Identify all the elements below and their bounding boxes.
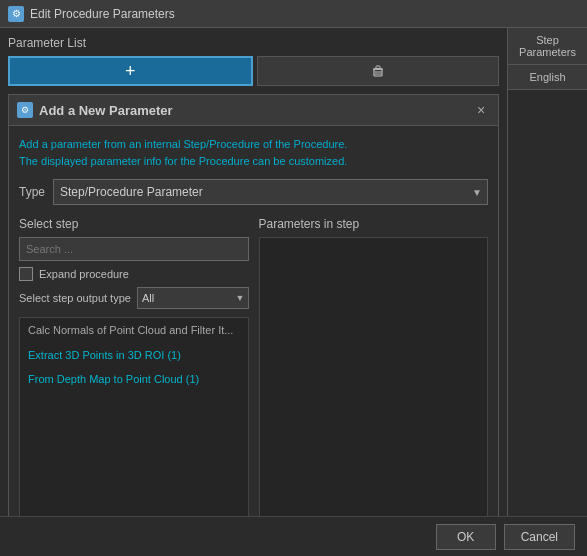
type-select[interactable]: Step/Procedure Parameter: [53, 179, 488, 205]
step-right: Parameters in step: [259, 217, 489, 537]
add-param-panel: ⚙ Add a New Parameter × Add a parameter …: [8, 94, 499, 548]
step-item-2[interactable]: From Depth Map to Point Cloud (1): [20, 367, 248, 392]
add-param-button[interactable]: +: [8, 56, 253, 86]
step-params-tab[interactable]: Step Parameters: [508, 28, 587, 65]
language-tab[interactable]: English: [508, 65, 587, 90]
close-button[interactable]: ×: [472, 101, 490, 119]
expand-checkbox[interactable]: [19, 267, 33, 281]
add-param-body: Add a parameter from an internal Step/Pr…: [9, 126, 498, 547]
select-step-label: Select step: [19, 217, 249, 231]
info-line2: The displayed parameter info for the Pro…: [19, 153, 488, 170]
title-bar-text: Edit Procedure Parameters: [30, 7, 175, 21]
expand-row: Expand procedure: [19, 267, 249, 281]
title-bar: ⚙ Edit Procedure Parameters: [0, 0, 587, 28]
add-param-header: ⚙ Add a New Parameter ×: [9, 95, 498, 126]
svg-rect-5: [376, 66, 380, 69]
delete-param-button[interactable]: [257, 56, 500, 86]
info-text: Add a parameter from an internal Step/Pr…: [19, 136, 488, 169]
param-list-label: Parameter List: [8, 36, 499, 50]
step-item-0[interactable]: Calc Normals of Point Cloud and Filter I…: [20, 318, 248, 343]
param-list-controls: +: [8, 56, 499, 86]
cancel-button[interactable]: Cancel: [504, 524, 575, 550]
output-type-row: Select step output type All ▼: [19, 287, 249, 309]
step-item-1[interactable]: Extract 3D Points in 3D ROI (1): [20, 343, 248, 368]
title-bar-icon: ⚙: [8, 6, 24, 22]
add-param-header-left: ⚙ Add a New Parameter: [17, 102, 173, 118]
params-in-step-list: [259, 237, 489, 537]
type-select-wrapper: Step/Procedure Parameter ▼: [53, 179, 488, 205]
add-param-title: Add a New Parameter: [39, 103, 173, 118]
left-panel: Parameter List + ⚙ Add a New Parameter: [0, 28, 507, 556]
type-row: Type Step/Procedure Parameter ▼: [19, 179, 488, 205]
step-left: Select step Expand procedure Select step…: [19, 217, 249, 537]
trash-icon: [369, 62, 387, 80]
params-in-step-label: Parameters in step: [259, 217, 489, 231]
search-input[interactable]: [19, 237, 249, 261]
info-line1: Add a parameter from an internal Step/Pr…: [19, 136, 488, 153]
expand-label: Expand procedure: [39, 268, 129, 280]
ok-button[interactable]: OK: [436, 524, 496, 550]
step-area: Select step Expand procedure Select step…: [19, 217, 488, 537]
output-type-label: Select step output type: [19, 292, 131, 304]
output-type-select-wrapper: All ▼: [137, 287, 249, 309]
right-panel: Step Parameters English: [507, 28, 587, 556]
main-container: Parameter List + ⚙ Add a New Parameter: [0, 28, 587, 556]
footer: OK Cancel: [0, 516, 587, 556]
type-label: Type: [19, 185, 45, 199]
dialog-icon: ⚙: [17, 102, 33, 118]
output-type-select[interactable]: All: [137, 287, 249, 309]
step-list: Calc Normals of Point Cloud and Filter I…: [19, 317, 249, 537]
